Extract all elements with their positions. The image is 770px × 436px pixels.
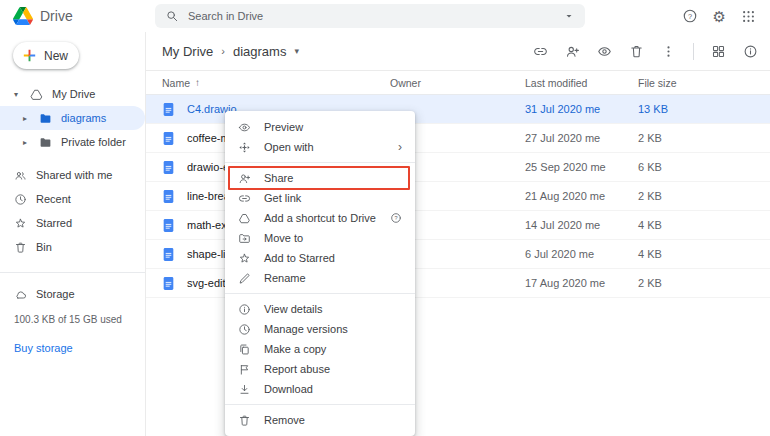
file-size: 2 KB [638,190,770,202]
file-size: 6 KB [638,161,770,173]
topbar-actions: ? ⚙ [682,8,770,24]
preview-eye-icon[interactable] [597,44,612,59]
menu-divider [225,162,415,163]
svg-text:?: ? [688,12,692,21]
trash-icon [238,414,251,427]
storage-usage-text: 100.3 KB of 15 GB used [0,314,145,325]
file-modified: 14 Jul 2020 me [525,219,638,231]
download-icon [238,383,251,396]
file-modified: 17 Aug 2020 me [525,277,638,289]
search-icon[interactable] [165,9,179,23]
sidebar-item-label: Private folder [61,136,126,148]
google-apps-grid-icon[interactable] [741,9,756,24]
drive-logo[interactable]: Drive [0,7,146,25]
menu-item-download[interactable]: Download [225,379,415,399]
file-size: 13 KB [638,103,770,115]
file-modified: 21 Aug 2020 me [525,190,638,202]
buy-storage-link[interactable]: Buy storage [0,342,145,354]
sort-ascending-icon: ↑ [195,77,200,88]
menu-item-rename[interactable]: Rename [225,268,415,288]
my-drive-icon [30,88,43,101]
menu-item-get-link[interactable]: Get link [225,188,415,208]
menu-item-share[interactable]: Share [225,168,415,188]
breadcrumb-root[interactable]: My Drive [162,44,213,59]
search-bar[interactable] [155,4,585,28]
sidebar-item-recent[interactable]: Recent [0,187,145,211]
file-document-icon [162,102,175,117]
share-person-add-icon[interactable] [565,44,580,59]
version-history-icon [238,323,251,336]
sidebar-item-my-drive[interactable]: ▾ My Drive [0,82,145,106]
sidebar-item-starred[interactable]: Starred [0,211,145,235]
sidebar-item-private-folder[interactable]: ▸ Private folder [0,130,145,154]
sidebar-item-label: Shared with me [36,169,112,181]
cloud-icon [14,288,27,301]
trash-icon [14,241,27,254]
search-options-caret-icon[interactable] [563,10,575,22]
drive-logo-icon [13,7,33,25]
report-flag-icon [238,363,251,376]
sidebar-item-label: Storage [36,288,75,300]
toolbar-divider [693,43,694,60]
file-size: 2 KB [638,277,770,289]
table-header: Name ↑ Owner Last modified File size [146,71,770,95]
submenu-chevron-icon: › [398,141,402,153]
get-link-icon[interactable] [533,44,548,59]
file-document-icon [162,247,175,262]
app-name: Drive [40,8,73,24]
breadcrumb-chevron-icon: › [221,45,225,57]
menu-item-manage-versions[interactable]: Manage versions [225,319,415,339]
star-icon [14,217,27,230]
breadcrumb-current[interactable]: diagrams [233,44,286,59]
folder-icon [39,136,52,149]
menu-divider [225,293,415,294]
new-button[interactable]: New [13,42,79,69]
file-document-icon [162,160,175,175]
file-document-icon [162,218,175,233]
drive-shortcut-icon [238,212,251,225]
move-to-folder-icon [238,232,251,245]
file-modified: 31 Jul 2020 me [525,103,638,115]
column-header-name[interactable]: Name ↑ [162,77,390,89]
star-icon [238,252,251,265]
menu-item-add-to-starred[interactable]: Add to Starred [225,248,415,268]
menu-item-preview[interactable]: Preview [225,117,415,137]
menu-item-remove[interactable]: Remove [225,410,415,430]
menu-item-open-with[interactable]: Open with › [225,137,415,157]
sidebar-item-label: My Drive [52,88,95,100]
menu-item-report-abuse[interactable]: Report abuse [225,359,415,379]
sidebar-item-storage[interactable]: Storage [0,282,145,306]
folder-icon [39,112,52,125]
sidebar-item-diagrams[interactable]: ▸ diagrams [0,106,145,130]
more-options-icon[interactable] [661,44,676,59]
grid-view-icon[interactable] [711,44,726,59]
info-icon[interactable] [743,44,758,59]
svg-text:?: ? [394,215,397,221]
breadcrumb: My Drive › diagrams ▾ [162,44,299,59]
menu-item-view-details[interactable]: View details [225,299,415,319]
settings-gear-icon[interactable]: ⚙ [713,9,726,24]
file-modified: 25 Sep 2020 me [525,161,638,173]
sidebar-item-bin[interactable]: Bin [0,235,145,259]
file-size: 4 KB [638,219,770,231]
context-menu: Preview Open with › Share Get link Add a… [225,111,415,436]
help-icon[interactable]: ? [390,212,402,224]
search-input[interactable] [188,10,554,22]
help-icon[interactable]: ? [682,8,698,24]
expand-caret-icon[interactable]: ▸ [23,138,30,147]
expand-caret-icon[interactable]: ▸ [23,114,30,123]
top-bar: Drive ? ⚙ [0,0,770,32]
remove-trash-icon[interactable] [629,44,644,59]
expand-caret-icon[interactable]: ▾ [14,90,21,99]
column-header-size: File size [638,77,770,89]
sidebar-item-shared-with-me[interactable]: Shared with me [0,163,145,187]
menu-item-move-to[interactable]: Move to [225,228,415,248]
breadcrumb-menu-caret-icon[interactable]: ▾ [294,46,299,56]
file-size: 2 KB [638,132,770,144]
menu-item-add-shortcut[interactable]: Add a shortcut to Drive ? [225,208,415,228]
people-icon [14,169,27,182]
sidebar-item-label: diagrams [61,112,106,124]
menu-item-make-a-copy[interactable]: Make a copy [225,339,415,359]
file-document-icon [162,131,175,146]
sidebar-item-label: Starred [36,217,72,229]
